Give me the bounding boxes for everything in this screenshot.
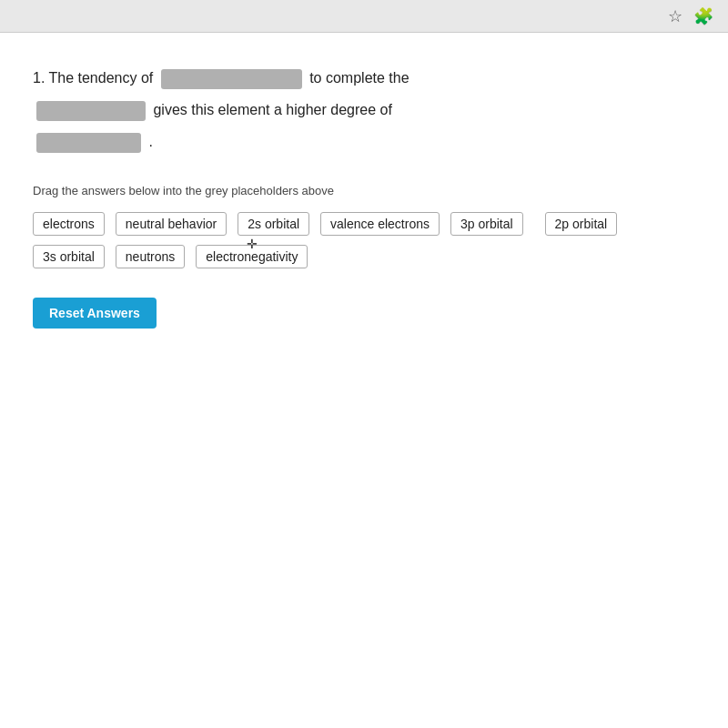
chip-neutrons[interactable]: neutrons [116, 245, 185, 268]
question-block: 1. The tendency of to complete the gives… [33, 62, 695, 158]
chip-electrons[interactable]: electrons [33, 212, 105, 236]
blank-1[interactable] [161, 69, 302, 89]
text-after-blank2: gives this element a higher degree of [153, 102, 391, 117]
blank-2[interactable] [36, 101, 146, 121]
chip-valence-electrons[interactable]: valence electrons [320, 212, 440, 236]
answers-area: electrons neutral behavior 2s orbital va… [33, 212, 695, 268]
chip-3s-orbital[interactable]: 3s orbital [33, 245, 105, 268]
text-after-blank3: . [148, 134, 152, 149]
chip-2p-orbital[interactable]: 2p orbital [545, 212, 618, 236]
extension-icon[interactable]: 🧩 [693, 6, 713, 26]
question-number: 1. [33, 70, 45, 86]
top-bar: ☆ 🧩 [0, 0, 728, 33]
blank-3[interactable] [36, 133, 141, 153]
main-content: 1. The tendency of to complete the gives… [0, 33, 728, 728]
chip-neutral-behavior[interactable]: neutral behavior [116, 212, 227, 236]
chip-2s-orbital[interactable]: 2s orbital [238, 212, 309, 236]
instruction-text: Drag the answers below into the grey pla… [33, 184, 695, 197]
move-cursor-icon: ✛ [247, 237, 258, 251]
chip-electronegativity[interactable]: ✛ electronegativity [196, 245, 308, 268]
star-icon[interactable]: ☆ [668, 6, 682, 26]
reset-answers-button[interactable]: Reset Answers [33, 298, 157, 329]
text-before-blank1: The tendency of [49, 70, 154, 86]
chip-3p-orbital[interactable]: 3p orbital [450, 212, 523, 236]
question-text: 1. The tendency of to complete the gives… [33, 62, 695, 158]
text-after-blank1: to complete the [309, 70, 409, 86]
